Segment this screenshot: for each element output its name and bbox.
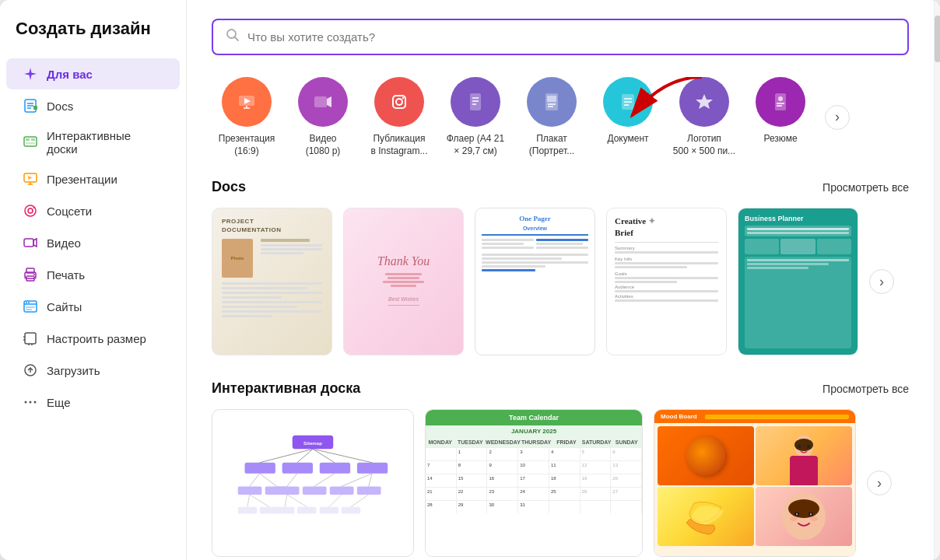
svg-line-86 [342, 474, 372, 487]
svg-line-74 [313, 449, 335, 463]
doc-card-business-planner[interactable]: Business Planner [738, 208, 858, 355]
svg-point-37 [34, 401, 37, 404]
doc-card-thankyou-content: Thank You Best Wishes [377, 254, 430, 309]
svg-rect-88 [238, 507, 258, 514]
mood-board-content: Mood Board [654, 410, 855, 556]
search-bar[interactable] [212, 19, 909, 55]
svg-point-48 [402, 97, 404, 99]
template-flyer[interactable]: Флаер (А4 21× 29,7 см) [440, 77, 510, 157]
print-icon [22, 266, 39, 283]
scrollbar-thumb[interactable] [935, 16, 940, 62]
cal-grid: 1 2 3 4 5 6 7 8 9 10 11 [426, 447, 642, 513]
sidebar-item-upload[interactable]: Загрузить [6, 355, 180, 386]
svg-line-83 [260, 474, 277, 487]
svg-rect-79 [303, 487, 327, 495]
sidebar-item-print[interactable]: Печать [6, 259, 180, 290]
template-logo[interactable]: Логотип500 × 500 пи... [669, 77, 739, 157]
template-presentation[interactable]: Презентация(16:9) [212, 77, 282, 157]
svg-text:Sitemap: Sitemap [303, 440, 322, 446]
search-input[interactable] [247, 30, 895, 44]
svg-rect-6 [26, 138, 30, 141]
app-window: Создать дизайн Для вас Docs [0, 0, 940, 560]
sidebar-item-custom-size[interactable]: Настроить размер [6, 323, 180, 354]
whiteboard-section-title: Интерактивная доска [212, 380, 360, 397]
whiteboard-section-header: Интерактивная доска Просмотреть все [212, 380, 909, 397]
mood-cell-3 [658, 487, 754, 546]
wb-card-mood-board[interactable]: Mood Board [654, 409, 856, 557]
doc-card-onepager-stats [482, 254, 588, 271]
sidebar-label-custom-size: Настроить размер [47, 332, 146, 345]
sidebar-item-video[interactable]: Видео [6, 227, 180, 258]
svg-line-75 [313, 449, 372, 463]
template-label-resume: Резюме [763, 133, 797, 145]
sidebar-label-more: Еще [47, 396, 71, 409]
svg-marker-45 [327, 96, 331, 107]
sidebar-item-sites[interactable]: Сайты [6, 291, 180, 322]
sidebar-item-presentations[interactable]: Презентации [6, 163, 180, 194]
wb-card-sitemap[interactable]: Sitemap [212, 409, 414, 557]
doc-card-project-title: PROJECTDOCUMENTATION [222, 218, 322, 234]
doc-card-onepager-title: One Pager [482, 215, 588, 222]
svg-rect-80 [330, 487, 354, 495]
doc-card-brief-subtitle: Brief [615, 228, 718, 237]
sidebar-label-print: Печать [47, 268, 85, 282]
sidebar-item-docs[interactable]: Docs [6, 90, 180, 121]
docs-section-header: Docs Просмотреть все [212, 179, 909, 195]
doc-card-one-pager[interactable]: One Pager Overview [475, 208, 595, 355]
sidebar-item-social[interactable]: Соцсети [6, 195, 180, 226]
doc-card-thank-you[interactable]: Thank You Best Wishes [343, 208, 464, 355]
svg-rect-4 [33, 106, 37, 110]
template-document[interactable]: Документ [593, 77, 663, 145]
svg-line-84 [287, 474, 297, 487]
sidebar-item-more[interactable]: Еще [6, 387, 180, 418]
svg-rect-15 [33, 207, 35, 208]
wb-card-team-calendar[interactable]: Team Calendar JANUARY 2025 MONDAY TUESDA… [425, 409, 643, 557]
mood-cell-4 [756, 487, 852, 546]
whiteboard-view-all[interactable]: Просмотреть все [822, 383, 909, 395]
sidebar-item-for-you[interactable]: Для вас [6, 58, 180, 89]
template-icon-video [298, 77, 348, 127]
svg-point-36 [30, 401, 32, 404]
svg-rect-44 [314, 96, 327, 107]
template-icon-presentation [222, 77, 272, 127]
sidebar-label-presentations: Презентации [47, 173, 118, 186]
custom-size-icon [22, 330, 39, 347]
templates-next-button[interactable]: › [825, 105, 850, 130]
template-resume[interactable]: Резюме [745, 77, 815, 145]
templates-row: Презентация(16:9) Видео(1080 р) [212, 77, 909, 157]
sidebar-item-whiteboards[interactable]: Интерактивные доски [6, 122, 180, 163]
template-instagram[interactable]: Публикацияв Instagram... [364, 77, 434, 157]
sidebar-label-docs: Docs [47, 100, 73, 113]
template-video[interactable]: Видео(1080 р) [288, 77, 358, 157]
docs-icon [22, 97, 39, 114]
svg-line-82 [250, 474, 260, 487]
doc-card-project[interactable]: PROJECTDOCUMENTATION Photo [212, 208, 332, 355]
svg-rect-91 [297, 507, 317, 514]
sitemap-diagram: Sitemap [219, 416, 407, 550]
svg-rect-7 [31, 138, 35, 141]
main-content: Презентация(16:9) Видео(1080 р) [187, 0, 934, 560]
svg-rect-28 [25, 333, 36, 344]
mood-board-title: Mood Board [661, 413, 697, 420]
svg-rect-101 [790, 456, 818, 485]
sidebar-label-for-you: Для вас [47, 68, 93, 81]
cal-days-header: MONDAY TUESDAY WEDNESDAY THURSDAY FRIDAY… [426, 437, 642, 447]
svg-rect-5 [24, 137, 37, 146]
svg-point-24 [26, 302, 27, 303]
doc-card-project-lines [222, 282, 322, 317]
sidebar-label-upload: Загрузить [47, 364, 100, 377]
svg-point-110 [810, 513, 812, 516]
template-poster[interactable]: Плакат(Портрет... [517, 77, 587, 157]
svg-point-111 [790, 516, 798, 521]
doc-card-creative-brief[interactable]: Creative ✦ Brief Summary Key Info Goals … [606, 208, 727, 355]
svg-point-112 [810, 516, 818, 521]
social-icon [22, 202, 39, 219]
docs-view-all[interactable]: Просмотреть все [822, 181, 909, 194]
doc-card-brief-fields: Summary Key Info Goals Audience Activiti… [615, 246, 718, 303]
mood-board-header: Mood Board [654, 410, 855, 423]
svg-line-95 [250, 495, 269, 507]
svg-line-87 [369, 474, 372, 487]
svg-line-97 [287, 495, 307, 507]
docs-next-button[interactable]: › [869, 269, 894, 294]
whiteboard-next-button[interactable]: › [867, 471, 892, 495]
